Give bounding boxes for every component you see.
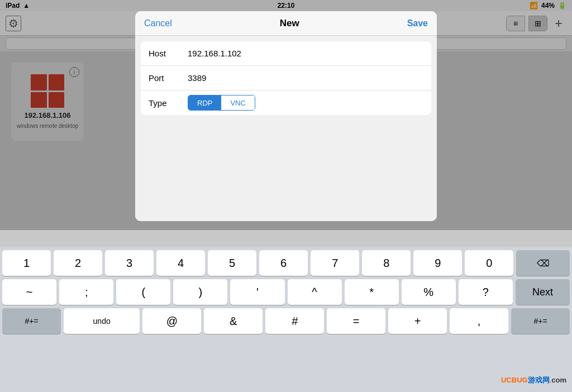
key-0[interactable]: 0 xyxy=(465,250,513,276)
port-value: 3389 xyxy=(188,73,423,83)
key-plus[interactable]: + xyxy=(388,308,447,334)
host-label: Host xyxy=(149,49,188,58)
keyboard-row-2: ~ ; ( ) ' ^ * % ? Next xyxy=(2,279,570,305)
keyboard-row-3: #+= undo @ & # = + , #+= xyxy=(2,308,570,334)
host-input[interactable] xyxy=(188,49,423,58)
keyboard-row-1: 1 2 3 4 5 6 7 8 9 0 ⌫ xyxy=(2,250,570,276)
cancel-button[interactable]: Cancel xyxy=(144,18,172,28)
key-1[interactable]: 1 xyxy=(2,250,51,276)
key-question[interactable]: ? xyxy=(459,279,513,305)
modal-body: Host Port 3389 Type RDP VNC xyxy=(141,41,431,115)
delete-key[interactable]: ⌫ xyxy=(516,250,570,276)
type-label: Type xyxy=(149,98,188,108)
key-hashplus-right[interactable]: #+= xyxy=(511,308,570,334)
key-undo[interactable]: undo xyxy=(64,308,140,334)
key-hashplus-left[interactable]: #+= xyxy=(2,308,61,334)
key-comma[interactable]: , xyxy=(450,308,508,334)
key-asterisk[interactable]: * xyxy=(345,279,399,305)
type-row: Type RDP VNC xyxy=(141,90,431,115)
save-button[interactable]: Save xyxy=(407,18,428,28)
watermark-ucbug: UCBUG xyxy=(501,376,528,384)
host-row: Host xyxy=(141,41,431,66)
key-5[interactable]: 5 xyxy=(208,250,256,276)
modal-title: New xyxy=(280,18,299,29)
key-apostrophe[interactable]: ' xyxy=(230,279,284,305)
watermark-com: com xyxy=(551,376,566,384)
key-tilde[interactable]: ~ xyxy=(2,279,56,305)
key-open-paren[interactable]: ( xyxy=(116,279,170,305)
key-hash[interactable]: # xyxy=(265,308,324,334)
key-close-paren[interactable]: ) xyxy=(173,279,227,305)
watermark-game: 游戏网 xyxy=(528,376,550,384)
key-percent[interactable]: % xyxy=(402,279,456,305)
key-semicolon[interactable]: ; xyxy=(59,279,113,305)
vnc-option[interactable]: VNC xyxy=(221,95,254,110)
key-9[interactable]: 9 xyxy=(413,250,462,276)
key-8[interactable]: 8 xyxy=(362,250,411,276)
key-at[interactable]: @ xyxy=(142,308,201,334)
key-equals[interactable]: = xyxy=(327,308,385,334)
keyboard: 1 2 3 4 5 6 7 8 9 0 ⌫ ~ ; ( ) ' ^ * % ? … xyxy=(0,247,572,392)
key-7[interactable]: 7 xyxy=(311,250,359,276)
key-3[interactable]: 3 xyxy=(105,250,154,276)
next-key[interactable]: Next xyxy=(516,279,570,305)
port-label: Port xyxy=(149,73,188,83)
key-ampersand[interactable]: & xyxy=(204,308,263,334)
key-4[interactable]: 4 xyxy=(156,250,205,276)
type-segmented-control: RDP VNC xyxy=(188,95,255,111)
modal-dialog: Cancel New Save Host Port 3389 Type RDP … xyxy=(135,11,437,221)
rdp-option[interactable]: RDP xyxy=(188,95,221,110)
watermark: UCBUG游戏网.com xyxy=(501,375,566,385)
key-2[interactable]: 2 xyxy=(54,250,102,276)
key-6[interactable]: 6 xyxy=(259,250,308,276)
port-row: Port 3389 xyxy=(141,66,431,90)
modal-header: Cancel New Save xyxy=(135,11,437,36)
key-caret[interactable]: ^ xyxy=(288,279,342,305)
modal-empty-space xyxy=(135,121,437,221)
